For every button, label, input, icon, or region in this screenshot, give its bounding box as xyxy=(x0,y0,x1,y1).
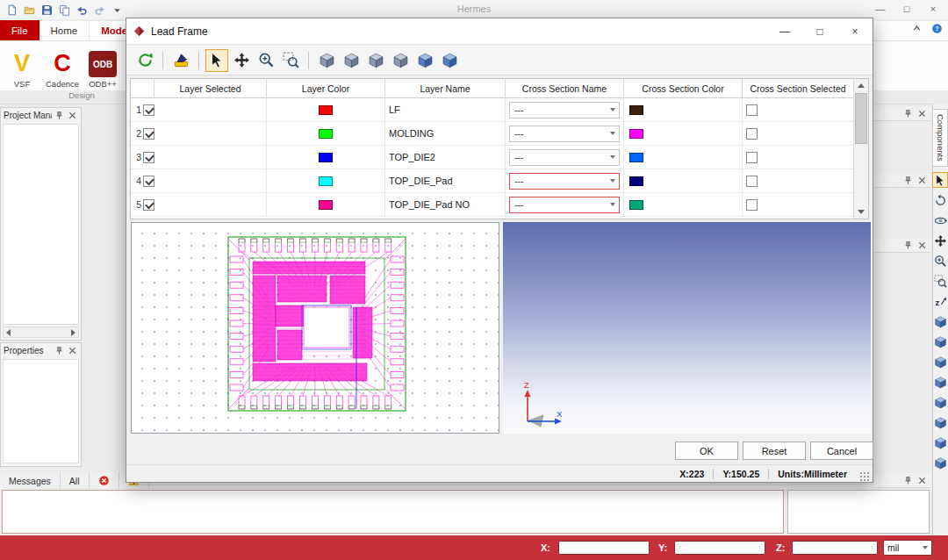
zoom-in-button[interactable] xyxy=(255,49,277,72)
app-titlebar[interactable]: Hermes — □ × xyxy=(0,0,948,19)
view-cube-8-button[interactable] xyxy=(932,455,948,470)
view-cube-2-button[interactable] xyxy=(932,334,948,349)
cross-section-dropdown[interactable]: --- xyxy=(509,173,620,190)
table-scrollbar[interactable] xyxy=(853,79,868,219)
layer-selected-cell[interactable] xyxy=(143,169,267,192)
rotate-view-button[interactable] xyxy=(932,192,948,208)
pin-icon[interactable] xyxy=(902,475,914,486)
layer-color-swatch[interactable] xyxy=(319,105,333,115)
close-icon[interactable] xyxy=(916,175,928,186)
layer-color-cell[interactable] xyxy=(267,122,385,145)
layer-selected-checkbox[interactable] xyxy=(143,128,154,140)
close-icon[interactable] xyxy=(916,108,928,119)
cross-section-checkbox[interactable] xyxy=(746,176,758,187)
cross-section-name-cell[interactable]: --- xyxy=(506,169,624,192)
zoom-window-button[interactable] xyxy=(279,49,302,72)
components-tab[interactable]: Components xyxy=(932,109,948,167)
app-minimize-button[interactable]: — xyxy=(867,0,894,18)
close-icon[interactable] xyxy=(67,110,78,121)
dialog-titlebar[interactable]: Lead Frame — □ × xyxy=(126,18,873,45)
tab-file[interactable]: File xyxy=(0,20,40,40)
cross-section-color-swatch[interactable] xyxy=(629,200,643,210)
layer-color-button[interactable] xyxy=(169,49,192,72)
cross-section-color-cell[interactable] xyxy=(624,146,743,169)
layer-color-swatch[interactable] xyxy=(319,129,333,139)
cross-section-color-swatch[interactable] xyxy=(629,105,643,115)
cross-section-selected-cell[interactable] xyxy=(743,193,853,216)
layer-selected-cell[interactable] xyxy=(143,98,267,121)
scrollbar-thumb[interactable] xyxy=(855,93,867,144)
layer-color-cell[interactable] xyxy=(267,169,385,192)
table-row[interactable]: 5TOP_DIE_Pad NO--- xyxy=(131,193,853,217)
ribbon-item-vsf[interactable]: V VSF xyxy=(5,43,39,89)
layer-color-cell[interactable] xyxy=(267,146,385,169)
resize-grip[interactable] xyxy=(859,471,870,482)
cross-section-color-swatch[interactable] xyxy=(629,153,643,162)
layer-selected-checkbox[interactable] xyxy=(143,199,154,211)
cross-section-color-swatch[interactable] xyxy=(629,129,643,139)
pin-icon[interactable] xyxy=(902,175,914,186)
project-manager-body[interactable] xyxy=(3,124,79,325)
table-row[interactable]: 3TOP_DIE2--- xyxy=(131,146,853,169)
cross-section-name-cell[interactable]: --- xyxy=(506,122,624,145)
column-header[interactable]: Cross Section Color xyxy=(624,79,743,98)
orbit-view-button[interactable] xyxy=(932,212,948,228)
ribbon-item-odb[interactable]: ODB ODB++ xyxy=(86,43,119,89)
messages-list[interactable] xyxy=(2,490,784,534)
cross-section-checkbox[interactable] xyxy=(746,104,758,116)
cross-section-checkbox[interactable] xyxy=(746,152,758,163)
project-manager-header[interactable]: Project Manager xyxy=(1,108,81,123)
cross-section-color-swatch[interactable] xyxy=(629,176,643,186)
2d-view[interactable] xyxy=(131,222,499,434)
select-arrow-button[interactable] xyxy=(205,49,228,72)
layer-selected-cell[interactable] xyxy=(143,146,267,169)
cross-section-color-cell[interactable] xyxy=(624,193,743,216)
pan-button[interactable] xyxy=(230,49,253,72)
z-input[interactable] xyxy=(792,541,878,555)
zoom-window-button[interactable] xyxy=(932,273,948,289)
cross-section-dropdown[interactable]: --- xyxy=(509,149,620,166)
reset-button[interactable]: Reset xyxy=(743,442,806,460)
y-input[interactable] xyxy=(674,541,765,555)
messages-filter-all[interactable]: All xyxy=(61,472,90,489)
pan-view-button[interactable] xyxy=(932,233,948,248)
layer-selected-cell[interactable] xyxy=(143,122,267,145)
view-cube-4-button[interactable] xyxy=(932,374,948,390)
scroll-left-icon[interactable] xyxy=(6,329,11,336)
cross-section-color-cell[interactable] xyxy=(624,122,743,145)
tab-home[interactable]: Home xyxy=(40,20,90,40)
x-input[interactable] xyxy=(558,541,650,555)
close-icon[interactable] xyxy=(916,240,928,251)
cross-section-selected-cell[interactable] xyxy=(743,169,853,192)
cross-section-name-cell[interactable]: --- xyxy=(506,193,624,216)
view-cube-1-button[interactable] xyxy=(932,313,948,329)
cross-section-color-cell[interactable] xyxy=(624,169,743,192)
cross-section-checkbox[interactable] xyxy=(746,128,758,140)
cross-section-name-cell[interactable]: --- xyxy=(506,98,624,121)
table-row[interactable]: 1LF--- xyxy=(131,98,853,122)
table-row[interactable]: 4TOP_DIE_Pad--- xyxy=(131,169,853,193)
column-header[interactable]: Layer Name xyxy=(385,79,506,98)
view-cube-4-button[interactable] xyxy=(389,49,412,72)
pin-icon[interactable] xyxy=(54,110,65,121)
layer-color-swatch[interactable] xyxy=(319,153,333,162)
horizontal-scrollbar[interactable] xyxy=(3,327,79,338)
cross-section-name-cell[interactable]: --- xyxy=(506,146,624,169)
view-cube-3-button[interactable] xyxy=(932,354,948,370)
layer-color-cell[interactable] xyxy=(267,98,385,121)
layer-selected-cell[interactable] xyxy=(143,193,267,216)
dialog-close-button[interactable]: × xyxy=(837,18,873,45)
scroll-right-icon[interactable] xyxy=(71,329,75,336)
unit-select[interactable]: mil xyxy=(883,540,932,556)
cross-section-checkbox[interactable] xyxy=(746,199,758,211)
properties-body[interactable] xyxy=(3,359,79,463)
view-cube-2-button[interactable] xyxy=(340,49,363,72)
view-cube-1-button[interactable] xyxy=(315,49,338,72)
layer-selected-checkbox[interactable] xyxy=(143,152,154,163)
scroll-down-icon[interactable] xyxy=(854,205,868,219)
cross-section-selected-cell[interactable] xyxy=(743,98,853,121)
pin-icon[interactable] xyxy=(902,240,914,251)
app-close-button[interactable]: × xyxy=(920,0,946,18)
pin-icon[interactable] xyxy=(54,345,65,356)
dialog-maximize-button[interactable]: □ xyxy=(802,18,837,45)
